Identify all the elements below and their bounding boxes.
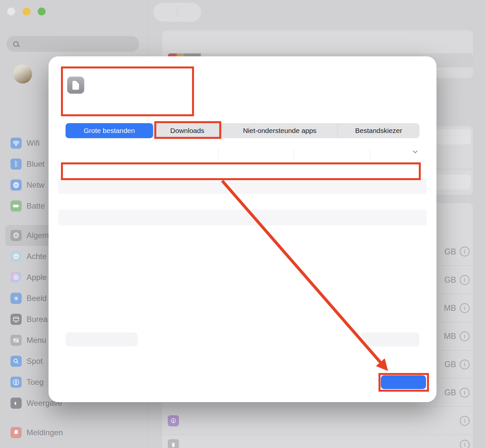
wifi-icon xyxy=(10,138,22,149)
sidebar-item-label: Burea xyxy=(27,315,48,324)
apple-intelligence-icon xyxy=(10,272,22,283)
battery-icon xyxy=(10,200,22,212)
info-icon[interactable] xyxy=(460,331,470,341)
nav-capsule xyxy=(153,3,201,22)
trash-row xyxy=(162,435,473,448)
info-icon[interactable] xyxy=(460,275,470,285)
empty-row xyxy=(58,194,427,210)
chevron-down-icon xyxy=(413,149,417,153)
bell-icon xyxy=(10,427,22,438)
trash-icon xyxy=(168,439,179,448)
bluetooth-icon: ᛒ xyxy=(10,159,22,170)
avatar[interactable] xyxy=(13,65,32,84)
podcasts-row xyxy=(162,406,473,435)
sidebar-item-label: Toeg xyxy=(27,378,44,387)
app-size-unit: MB xyxy=(444,303,456,313)
search-input[interactable] xyxy=(7,36,139,52)
magnifier-icon xyxy=(10,356,22,367)
info-icon[interactable] xyxy=(460,440,470,448)
empty-row xyxy=(58,210,427,225)
window-zoom-button[interactable] xyxy=(38,8,46,15)
sidebar-item-label: Menu xyxy=(27,336,46,345)
empty-row xyxy=(58,162,427,178)
sidebar-item-label: Algem xyxy=(27,231,49,240)
header-underline xyxy=(58,162,427,162)
display-icon: ◐ xyxy=(10,398,22,409)
column-header-size[interactable] xyxy=(410,150,416,153)
app-size-unit: GB xyxy=(444,275,456,285)
app-size-unit: GB xyxy=(444,247,456,256)
document-icon xyxy=(67,77,84,94)
tab-bar: Grote bestanden Downloads Niet-ondersteu… xyxy=(66,123,419,138)
column-divider xyxy=(370,149,370,159)
toggles-icon xyxy=(10,335,22,346)
file-table xyxy=(58,162,427,225)
done-button[interactable] xyxy=(381,375,426,389)
sidebar-item-label: Spot xyxy=(27,357,43,366)
app-size-unit: GB xyxy=(444,388,456,397)
delete-button[interactable] xyxy=(360,332,419,346)
app-size-unit: MB xyxy=(444,331,456,341)
globe-icon xyxy=(10,179,22,191)
gear-icon: ⚙ xyxy=(10,230,22,241)
search-icon xyxy=(13,41,19,47)
app-size-unit: GB xyxy=(444,360,456,369)
screen: Wifi ᛒ Bluet Netw Batte ⚙ Algem ✿ Achte xyxy=(0,0,485,448)
podcasts-icon xyxy=(168,415,179,426)
window-minimize-button[interactable] xyxy=(23,8,30,15)
info-icon[interactable] xyxy=(460,360,470,369)
sidebar-item-label: Bluet xyxy=(27,159,45,169)
tab[interactable]: Grote bestanden xyxy=(66,123,153,138)
info-icon[interactable] xyxy=(460,247,470,256)
window-close-button[interactable] xyxy=(7,8,15,15)
show-in-finder-button[interactable] xyxy=(66,332,138,346)
info-icon[interactable] xyxy=(460,416,470,426)
sidebar-item-label: Achte xyxy=(27,252,47,261)
sidebar-item-label: Apple xyxy=(27,273,47,282)
accessibility-icon xyxy=(10,377,22,388)
sidebar-item-label: Netw xyxy=(27,180,45,190)
sun-icon: ☀ xyxy=(10,293,22,304)
tab[interactable]: Bestandskiezer xyxy=(338,123,419,138)
nav-separator xyxy=(177,7,177,17)
tab[interactable]: Niet-ondersteunde apps xyxy=(222,123,338,138)
sidebar-item[interactable]: Meldingen xyxy=(5,422,142,443)
empty-row xyxy=(58,178,427,194)
flower-icon: ✿ xyxy=(10,251,22,262)
desktop-icon xyxy=(10,314,22,325)
documents-dialog: Grote bestanden Downloads Niet-ondersteu… xyxy=(48,56,436,402)
column-divider xyxy=(218,149,219,159)
info-icon[interactable] xyxy=(460,388,470,398)
sidebar-item-label: Beeld xyxy=(27,294,47,303)
tab[interactable]: Downloads xyxy=(153,123,222,138)
sidebar-item-label: Meldingen xyxy=(27,428,63,437)
info-icon[interactable] xyxy=(460,303,470,313)
sidebar-item-label: Wifi xyxy=(27,139,40,148)
column-divider xyxy=(294,149,294,159)
sidebar-item-label: Batte xyxy=(27,201,45,211)
